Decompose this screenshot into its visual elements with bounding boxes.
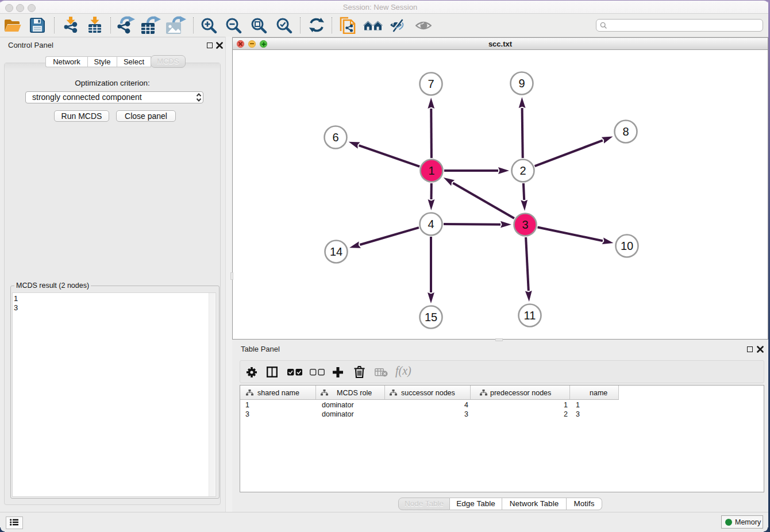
svg-text:8: 8 xyxy=(622,125,629,138)
svg-text:10: 10 xyxy=(621,240,633,252)
svg-text:7: 7 xyxy=(428,78,434,90)
svg-text:11: 11 xyxy=(524,309,536,322)
svg-text:14: 14 xyxy=(330,245,342,258)
svg-text:1: 1 xyxy=(428,164,434,177)
svg-text:9: 9 xyxy=(518,77,525,90)
svg-text:2: 2 xyxy=(519,164,526,177)
svg-text:4: 4 xyxy=(428,218,434,230)
svg-text:6: 6 xyxy=(332,131,338,144)
svg-text:3: 3 xyxy=(522,218,528,231)
svg-text:15: 15 xyxy=(425,311,437,323)
